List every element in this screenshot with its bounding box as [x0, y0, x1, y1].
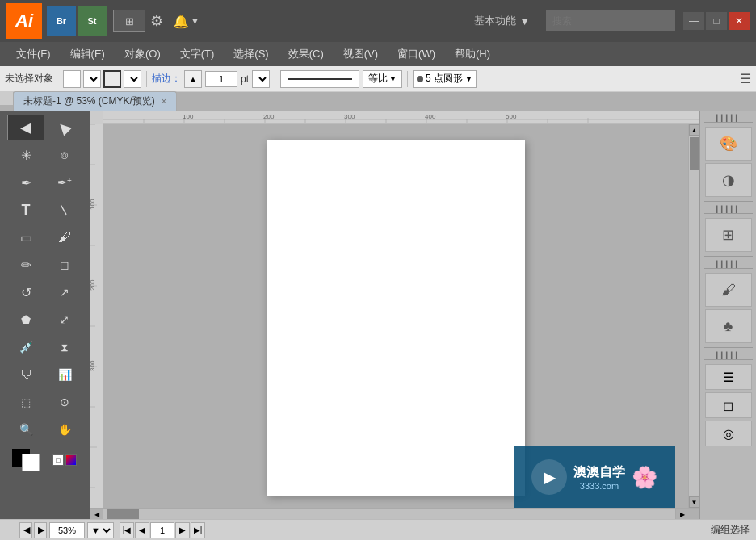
menu-select[interactable]: 选择(S): [225, 44, 276, 65]
blend-tool[interactable]: ⧗: [46, 334, 83, 360]
free-distort-tool[interactable]: ⤢: [46, 307, 83, 333]
artboard-tool[interactable]: ⬚: [7, 389, 44, 415]
stroke-line-picker[interactable]: [280, 70, 359, 88]
scroll-left-button[interactable]: ◀: [90, 509, 103, 519]
tab-close-button[interactable]: ×: [162, 97, 166, 106]
select-tool[interactable]: ◀: [7, 115, 44, 140]
menu-view[interactable]: 视图(V): [335, 44, 386, 65]
watermark-flower-icon: 🌸: [632, 465, 657, 490]
add-anchor-tool[interactable]: ✒+: [46, 170, 83, 195]
menu-file[interactable]: 文件(F): [8, 44, 59, 65]
window-controls: — □ ✕: [683, 12, 750, 30]
equal-ratio-select[interactable]: 等比 ▼: [363, 70, 402, 88]
svg-text:400: 400: [425, 113, 436, 120]
hand-tool[interactable]: ✋: [46, 417, 83, 442]
menu-bar: 文件(F) 编辑(E) 对象(O) 文字(T) 选择(S) 效果(C) 视图(V…: [0, 42, 756, 66]
svg-text:500: 500: [506, 113, 517, 120]
panel-toggle-button[interactable]: ☰: [740, 71, 751, 86]
lasso-tool[interactable]: ⌾: [46, 142, 83, 168]
workspace-label[interactable]: 基本功能 ▼: [474, 14, 530, 28]
stroke-unit-select[interactable]: [252, 70, 270, 88]
brush-panel-button[interactable]: 🖌: [705, 273, 752, 307]
close-button[interactable]: ✕: [729, 12, 750, 30]
menu-edit[interactable]: 编辑(E): [62, 44, 113, 65]
line-tool[interactable]: /: [46, 197, 83, 223]
svg-text:100: 100: [183, 113, 194, 120]
title-bar: Ai Br St ⊞ ⚙ 🔔 ▼ 基本功能 ▼ — □ ✕: [0, 0, 756, 42]
scroll-right-button[interactable]: ▶: [675, 509, 688, 519]
workspace-switcher-button[interactable]: ⊞: [113, 10, 145, 32]
color-panel-button[interactable]: 🎨: [705, 127, 752, 161]
zoom-tool[interactable]: 🔍: [7, 417, 44, 442]
zoom-level-input[interactable]: [49, 522, 85, 538]
swatches-panel-button[interactable]: ⊞: [705, 218, 752, 252]
direct-select-tool[interactable]: ◀: [46, 115, 83, 140]
align-panel-button[interactable]: ☰: [705, 364, 752, 390]
eyedropper-tool[interactable]: 💉: [7, 334, 44, 360]
gradient-panel-button[interactable]: ◑: [705, 163, 752, 197]
point-style-picker[interactable]: 5 点圆形 ▼: [413, 70, 477, 88]
stroke-up-button[interactable]: ▲: [184, 70, 202, 88]
vertical-scrollbar[interactable]: ▲ ▼: [688, 124, 699, 508]
bridge-button[interactable]: Br: [47, 6, 76, 36]
zoom-select[interactable]: ▼: [87, 522, 114, 538]
page-number-input[interactable]: [150, 522, 174, 538]
last-page-button[interactable]: ▶|: [191, 522, 205, 538]
stroke-value-input[interactable]: [205, 71, 237, 87]
menu-help[interactable]: 帮助(H): [447, 44, 498, 65]
ai-logo: Ai: [6, 3, 42, 39]
panel-divider-3: [704, 347, 753, 348]
warp-tool[interactable]: ⬟: [7, 307, 44, 333]
zoom-out-arrow-button[interactable]: ◀: [19, 522, 32, 538]
maximize-button[interactable]: □: [706, 12, 727, 30]
zoom-in-arrow-button[interactable]: ▶: [34, 522, 47, 538]
fill-color-swatch[interactable]: [63, 70, 81, 88]
next-page-button[interactable]: ▶: [175, 522, 190, 538]
horizontal-scrollbar[interactable]: ◀ ▶: [90, 508, 699, 519]
symbol-panel-button[interactable]: ♣: [705, 309, 752, 343]
transform-panel-button[interactable]: ◻: [705, 392, 752, 418]
fill-select[interactable]: [83, 70, 101, 88]
scale-tool[interactable]: ↗: [46, 279, 83, 305]
pen-tool[interactable]: ✒: [7, 170, 44, 195]
scroll-up-button[interactable]: ▲: [689, 124, 700, 136]
stroke-select[interactable]: [124, 70, 141, 88]
menu-effect[interactable]: 效果(C): [280, 44, 332, 65]
first-page-button[interactable]: |◀: [120, 522, 134, 538]
tool-settings-button[interactable]: ⚙: [150, 12, 163, 30]
column-graph-tool[interactable]: 📊: [46, 362, 83, 387]
dot-icon: [417, 76, 423, 82]
stroke-label[interactable]: 描边：: [152, 72, 181, 86]
symbol-sprayer-tool[interactable]: 🗨: [7, 362, 44, 387]
options-bar: 未选择对象 描边： ▲ pt 等比 ▼ 5 点圆形 ▼ ☰: [0, 66, 756, 92]
paint-brush-tool[interactable]: 🖌: [46, 224, 83, 250]
magic-wand-tool[interactable]: ✳: [7, 142, 44, 168]
menu-object[interactable]: 对象(O): [116, 44, 169, 65]
type-tool[interactable]: T: [7, 197, 44, 223]
stock-button[interactable]: St: [78, 6, 107, 36]
rotate-tool[interactable]: ↺: [7, 279, 44, 305]
menu-window[interactable]: 窗口(W): [389, 44, 443, 65]
rect-tool[interactable]: ▭: [7, 224, 44, 250]
notification-button[interactable]: 🔔 ▼: [173, 14, 200, 29]
minimize-button[interactable]: —: [683, 12, 704, 30]
eraser-tool[interactable]: ◻: [46, 252, 83, 278]
stroke-color-swatch[interactable]: [103, 70, 121, 88]
no-selection-label: 未选择对象: [5, 72, 53, 86]
search-input[interactable]: [546, 10, 675, 31]
document-tab[interactable]: 未标题-1 @ 53% (CMYK/预览) ×: [13, 91, 177, 111]
tab-bar: 未标题-1 @ 53% (CMYK/预览) ×: [0, 92, 756, 111]
h-scroll-thumb[interactable]: [107, 509, 139, 519]
svg-text:300: 300: [90, 360, 96, 371]
svg-text:100: 100: [90, 199, 96, 210]
menu-text[interactable]: 文字(T): [172, 44, 223, 65]
prev-page-button[interactable]: ◀: [135, 522, 149, 538]
app-icons: Br St: [47, 6, 107, 36]
slice-tool[interactable]: ⊙: [46, 389, 83, 415]
scroll-down-button[interactable]: ▼: [689, 496, 700, 508]
scroll-thumb[interactable]: [690, 137, 699, 170]
right-panel: ▎▎▎▎▎ 🎨 ◑ ▎▎▎▎▎ ⊞ ▎▎▎▎▎ 🖌 ♣: [699, 111, 756, 519]
stroke-unit-label: pt: [241, 73, 249, 85]
appearance-panel-button[interactable]: ◎: [705, 421, 752, 446]
pencil-tool[interactable]: ✏: [7, 252, 44, 278]
